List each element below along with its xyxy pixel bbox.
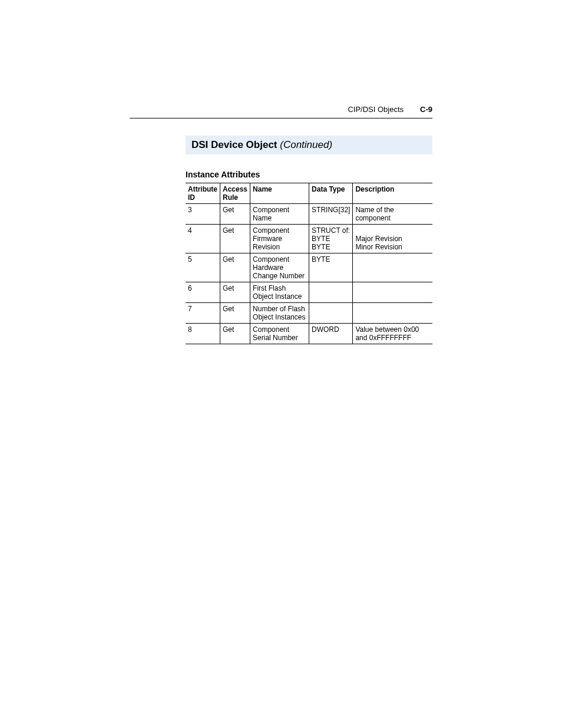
cell-attr-id: 5	[186, 253, 220, 282]
cell-desc: Name of the component	[353, 204, 432, 225]
table-row: 6 Get First Flash Object Instance	[186, 282, 432, 303]
cell-access: Get	[220, 282, 250, 303]
table-row: 4 Get Component Firmware Revision STRUCT…	[186, 225, 432, 253]
col-name: Name	[250, 183, 309, 204]
cell-desc	[353, 303, 432, 324]
table-row: 8 Get Component Serial Number DWORD Valu…	[186, 324, 432, 344]
cell-attr-id: 6	[186, 282, 220, 303]
running-title: CIP/DSI Objects	[348, 105, 404, 114]
cell-name: Component Serial Number	[250, 324, 309, 344]
section-continued: (Continued)	[280, 139, 332, 150]
cell-dtype: BYTE	[309, 253, 353, 282]
page: CIP/DSI Objects C-9 DSI Device Object (C…	[0, 0, 562, 728]
cell-name: Number of Flash Object Instances	[250, 303, 309, 324]
cell-dtype: STRUCT of: BYTE BYTE	[309, 225, 353, 253]
cell-desc	[353, 282, 432, 303]
page-number: C-9	[420, 105, 432, 114]
cell-dtype	[309, 282, 353, 303]
table-header-row: Attribute ID Access Rule Name Data Type …	[186, 183, 432, 204]
cell-access: Get	[220, 253, 250, 282]
cell-access: Get	[220, 324, 250, 344]
cell-desc	[353, 253, 432, 282]
cell-attr-id: 4	[186, 225, 220, 253]
section-title: DSI Device Object	[191, 139, 277, 150]
table-row: 5 Get Component Hardware Change Number B…	[186, 253, 432, 282]
table-row: 3 Get Component Name STRING[32] Name of …	[186, 204, 432, 225]
running-head: CIP/DSI Objects C-9	[348, 105, 432, 114]
cell-name: Component Name	[250, 204, 309, 225]
cell-desc: Value between 0x00 and 0xFFFFFFFF	[353, 324, 432, 344]
cell-attr-id: 8	[186, 324, 220, 344]
col-attr-id: Attribute ID	[186, 183, 220, 204]
col-desc: Description	[353, 183, 432, 204]
cell-name: First Flash Object Instance	[250, 282, 309, 303]
table-row: 7 Get Number of Flash Object Instances	[186, 303, 432, 324]
content: DSI Device Object (Continued) Instance A…	[186, 136, 432, 344]
cell-attr-id: 7	[186, 303, 220, 324]
cell-dtype: DWORD	[309, 324, 353, 344]
cell-access: Get	[220, 303, 250, 324]
cell-access: Get	[220, 204, 250, 225]
col-dtype: Data Type	[309, 183, 353, 204]
cell-dtype	[309, 303, 353, 324]
cell-name: Component Hardware Change Number	[250, 253, 309, 282]
col-access: Access Rule	[220, 183, 250, 204]
table-caption: Instance Attributes	[186, 170, 432, 179]
cell-attr-id: 3	[186, 204, 220, 225]
cell-desc: Major Revision Minor Revision	[353, 225, 432, 253]
header-rule	[130, 118, 432, 118]
cell-name: Component Firmware Revision	[250, 225, 309, 253]
cell-access: Get	[220, 225, 250, 253]
cell-dtype: STRING[32]	[309, 204, 353, 225]
section-title-bar: DSI Device Object (Continued)	[186, 136, 432, 154]
instance-attributes-table: Attribute ID Access Rule Name Data Type …	[186, 183, 432, 344]
